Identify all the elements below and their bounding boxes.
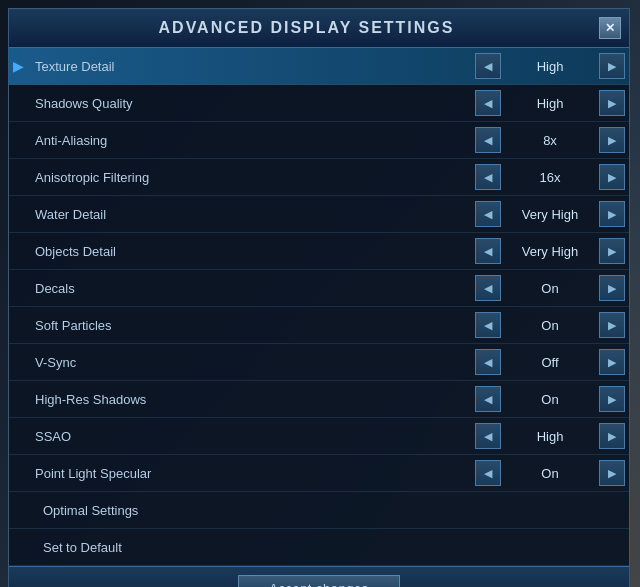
setting-name-label: Soft Particles	[27, 318, 471, 333]
setting-increase-button[interactable]: ▶	[599, 164, 625, 190]
accept-button[interactable]: Accept changes	[238, 575, 400, 587]
setting-row[interactable]: Shadows Quality◀High▶	[9, 85, 629, 122]
dialog-window: ADVANCED DISPLAY SETTINGS ✕ ▶Texture Det…	[8, 8, 630, 587]
setting-increase-button[interactable]: ▶	[599, 460, 625, 486]
setting-row[interactable]: High-Res Shadows◀On▶	[9, 381, 629, 418]
setting-decrease-button[interactable]: ◀	[475, 312, 501, 338]
setting-increase-button[interactable]: ▶	[599, 201, 625, 227]
left-arrow-icon: ◀	[484, 393, 492, 406]
setting-value-label: On	[505, 318, 595, 333]
setting-name-label: Decals	[27, 281, 471, 296]
setting-decrease-button[interactable]: ◀	[475, 386, 501, 412]
setting-name-label: Anti-Aliasing	[27, 133, 471, 148]
action-label: Set to Default	[35, 540, 130, 555]
left-arrow-icon: ◀	[484, 319, 492, 332]
setting-name-label: SSAO	[27, 429, 471, 444]
left-arrow-icon: ◀	[484, 356, 492, 369]
setting-name-label: V-Sync	[27, 355, 471, 370]
right-arrow-icon: ▶	[608, 282, 616, 295]
setting-increase-button[interactable]: ▶	[599, 312, 625, 338]
setting-decrease-button[interactable]: ◀	[475, 349, 501, 375]
setting-increase-button[interactable]: ▶	[599, 90, 625, 116]
setting-decrease-button[interactable]: ◀	[475, 90, 501, 116]
setting-increase-button[interactable]: ▶	[599, 423, 625, 449]
setting-value-label: 16x	[505, 170, 595, 185]
setting-increase-button[interactable]: ▶	[599, 53, 625, 79]
setting-increase-button[interactable]: ▶	[599, 127, 625, 153]
active-indicator: ▶	[9, 58, 27, 74]
setting-row[interactable]: Point Light Specular◀On▶	[9, 455, 629, 492]
setting-row[interactable]: SSAO◀High▶	[9, 418, 629, 455]
setting-name-label: High-Res Shadows	[27, 392, 471, 407]
setting-row[interactable]: Decals◀On▶	[9, 270, 629, 307]
right-arrow-icon: ▶	[608, 245, 616, 258]
accept-bar: Accept changes	[9, 566, 629, 587]
right-arrow-icon: ▶	[608, 60, 616, 73]
left-arrow-icon: ◀	[484, 97, 492, 110]
right-arrow-icon: ▶	[608, 208, 616, 221]
setting-decrease-button[interactable]: ◀	[475, 201, 501, 227]
setting-value-label: Very High	[505, 244, 595, 259]
setting-row[interactable]: Water Detail◀Very High▶	[9, 196, 629, 233]
right-arrow-icon: ▶	[608, 97, 616, 110]
left-arrow-icon: ◀	[484, 60, 492, 73]
setting-decrease-button[interactable]: ◀	[475, 53, 501, 79]
setting-value-label: On	[505, 281, 595, 296]
left-arrow-icon: ◀	[484, 467, 492, 480]
close-button[interactable]: ✕	[599, 17, 621, 39]
dialog-title: ADVANCED DISPLAY SETTINGS	[159, 19, 455, 37]
left-arrow-icon: ◀	[484, 134, 492, 147]
setting-decrease-button[interactable]: ◀	[475, 460, 501, 486]
setting-value-label: On	[505, 466, 595, 481]
title-bar: ADVANCED DISPLAY SETTINGS ✕	[9, 9, 629, 48]
right-arrow-icon: ▶	[608, 134, 616, 147]
right-arrow-icon: ▶	[608, 319, 616, 332]
setting-name-label: Texture Detail	[27, 59, 471, 74]
setting-name-label: Shadows Quality	[27, 96, 471, 111]
close-icon: ✕	[605, 21, 615, 35]
left-arrow-icon: ◀	[484, 245, 492, 258]
setting-value-label: 8x	[505, 133, 595, 148]
setting-row[interactable]: Anti-Aliasing◀8x▶	[9, 122, 629, 159]
right-arrow-icon: ▶	[608, 356, 616, 369]
setting-row[interactable]: Soft Particles◀On▶	[9, 307, 629, 344]
setting-value-label: High	[505, 429, 595, 444]
setting-increase-button[interactable]: ▶	[599, 275, 625, 301]
action-label: Optimal Settings	[35, 503, 146, 518]
action-row[interactable]: Optimal Settings	[9, 492, 629, 529]
setting-decrease-button[interactable]: ◀	[475, 164, 501, 190]
right-arrow-icon: ▶	[608, 393, 616, 406]
setting-increase-button[interactable]: ▶	[599, 349, 625, 375]
action-row[interactable]: Set to Default	[9, 529, 629, 566]
setting-value-label: On	[505, 392, 595, 407]
setting-value-label: High	[505, 96, 595, 111]
left-arrow-icon: ◀	[484, 282, 492, 295]
setting-value-label: Off	[505, 355, 595, 370]
setting-name-label: Point Light Specular	[27, 466, 471, 481]
setting-name-label: Anisotropic Filtering	[27, 170, 471, 185]
setting-decrease-button[interactable]: ◀	[475, 127, 501, 153]
right-arrow-icon: ▶	[608, 467, 616, 480]
settings-list: ▶Texture Detail◀High▶Shadows Quality◀Hig…	[9, 48, 629, 492]
setting-decrease-button[interactable]: ◀	[475, 275, 501, 301]
setting-value-label: High	[505, 59, 595, 74]
setting-name-label: Water Detail	[27, 207, 471, 222]
left-arrow-icon: ◀	[484, 430, 492, 443]
setting-decrease-button[interactable]: ◀	[475, 238, 501, 264]
right-arrow-icon: ▶	[608, 171, 616, 184]
setting-row[interactable]: ▶Texture Detail◀High▶	[9, 48, 629, 85]
right-arrow-icon: ▶	[608, 430, 616, 443]
setting-increase-button[interactable]: ▶	[599, 238, 625, 264]
setting-decrease-button[interactable]: ◀	[475, 423, 501, 449]
actions-container: Optimal SettingsSet to Default	[9, 492, 629, 566]
setting-row[interactable]: Anisotropic Filtering◀16x▶	[9, 159, 629, 196]
left-arrow-icon: ◀	[484, 171, 492, 184]
left-arrow-icon: ◀	[484, 208, 492, 221]
setting-name-label: Objects Detail	[27, 244, 471, 259]
setting-value-label: Very High	[505, 207, 595, 222]
setting-row[interactable]: Objects Detail◀Very High▶	[9, 233, 629, 270]
setting-increase-button[interactable]: ▶	[599, 386, 625, 412]
setting-row[interactable]: V-Sync◀Off▶	[9, 344, 629, 381]
